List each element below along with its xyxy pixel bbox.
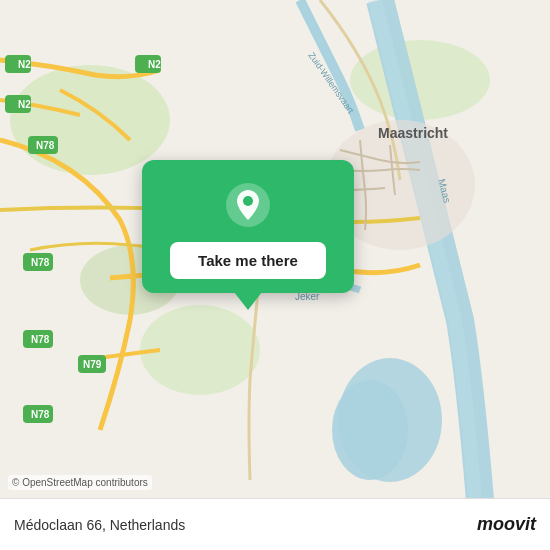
take-me-there-button[interactable]: Take me there	[170, 242, 326, 279]
popup-card: Take me there	[142, 160, 354, 293]
map-container: N2 N2 N2 N78 N78 N78 N78 N278 N79 Maastr…	[0, 0, 550, 550]
svg-point-1	[10, 65, 170, 175]
svg-text:N78: N78	[31, 257, 50, 268]
moovit-logo: moovit	[477, 514, 536, 535]
svg-text:N2: N2	[18, 59, 31, 70]
address-label: Médoclaan 66, Netherlands	[14, 517, 185, 533]
location-pin-icon	[225, 182, 271, 228]
map-attribution: © OpenStreetMap contributors	[8, 475, 152, 490]
moovit-logo-text: moovit	[477, 514, 536, 535]
bottom-bar: Médoclaan 66, Netherlands moovit	[0, 498, 550, 550]
svg-text:N78: N78	[36, 140, 55, 151]
svg-text:N79: N79	[83, 359, 102, 370]
svg-text:N78: N78	[31, 334, 50, 345]
svg-text:N78: N78	[31, 409, 50, 420]
svg-text:Maastricht: Maastricht	[378, 125, 448, 141]
svg-point-6	[332, 380, 408, 480]
svg-text:N2: N2	[148, 59, 161, 70]
svg-text:N2: N2	[18, 99, 31, 110]
svg-point-31	[243, 196, 253, 206]
